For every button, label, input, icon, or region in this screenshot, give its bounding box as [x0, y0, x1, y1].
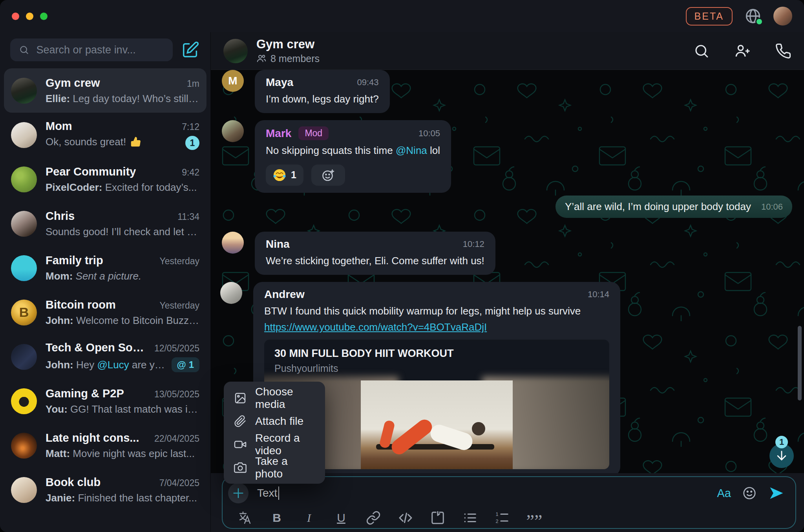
chat-search-button[interactable]: [693, 43, 710, 59]
composer: Text Aa BIU12””: [222, 476, 796, 529]
chat-item-preview: John: Welcome to Bitcoin Buzz! ...: [46, 314, 199, 327]
chat-item-name: Gaming & P2P: [46, 387, 124, 400]
menu-item-record-a-video[interactable]: Record a video: [224, 433, 325, 456]
sender-name: Nina: [266, 238, 290, 250]
chat-item-name: Pear Community: [46, 165, 136, 178]
minimize-window-button[interactable]: [26, 13, 33, 20]
add-reaction-button[interactable]: [311, 165, 345, 186]
beta-badge: BETA: [686, 7, 733, 26]
sender-name: Maya: [266, 76, 293, 89]
sender-avatar[interactable]: [222, 232, 244, 254]
menu-item-label: Record a video: [255, 432, 315, 457]
svg-text:2: 2: [495, 519, 498, 524]
message-time: 09:43: [334, 77, 379, 88]
close-window-button[interactable]: [12, 13, 19, 20]
search-icon: [19, 44, 29, 56]
chat-list-item[interactable]: Late night cons...22/04/2025Matt: Movie …: [4, 423, 206, 468]
search-box[interactable]: [10, 38, 173, 61]
scroll-to-bottom-button[interactable]: 1: [769, 444, 794, 468]
message-input[interactable]: Text: [257, 486, 709, 500]
chat-item-name: Late night cons...: [46, 431, 139, 444]
numbered-list-icon[interactable]: 12: [494, 510, 510, 526]
messages-scrollbar[interactable]: [798, 326, 802, 400]
message-text: We’re sticking together, Eli. Come suffe…: [266, 254, 484, 268]
members-icon: [256, 53, 267, 64]
chat-item-avatar: [11, 78, 37, 104]
chat-item-name: Chris: [46, 210, 75, 223]
text-caret: [278, 486, 279, 500]
chat-item-avatar: [11, 122, 37, 148]
chat-list-item[interactable]: Family tripYesterdayMom: Sent a picture.: [4, 246, 206, 290]
chat-avatar[interactable]: [223, 39, 248, 63]
menu-item-label: Attach file: [255, 415, 303, 428]
link-icon[interactable]: [365, 510, 381, 526]
message-text: I’m down, legs day right?: [266, 93, 379, 106]
italic-icon[interactable]: I: [301, 510, 317, 526]
message-bubble: Maya 09:43 I’m down, legs day right?: [255, 70, 390, 113]
menu-item-choose-media[interactable]: Choose media: [224, 386, 325, 410]
underline-icon[interactable]: U: [333, 510, 349, 526]
compose-icon: [181, 41, 199, 59]
chat-title: Gym crew: [256, 37, 320, 51]
chat-list-item[interactable]: Chris11:34Sounds good! I’ll check and le…: [4, 201, 206, 246]
user-avatar[interactable]: [773, 7, 792, 26]
menu-item-take-a-photo[interactable]: Take a photo: [224, 456, 325, 479]
format-toggle-button[interactable]: Aa: [717, 487, 731, 500]
quote-icon[interactable]: ””: [526, 510, 542, 526]
chat-item-avatar: B: [11, 300, 37, 325]
message-text: No skipping squats this time @Nina lol: [266, 144, 440, 157]
thumbnail-photo: [361, 380, 513, 469]
code-block-icon[interactable]: [430, 510, 446, 526]
chat-list-item[interactable]: Gym crew1mEllie: Leg day today! Who’s st…: [4, 68, 206, 113]
chat-list-item[interactable]: Pear Community9:42PixelCoder: Excited fo…: [4, 157, 206, 201]
message-text: BTW I found this quick mobility warmup f…: [264, 305, 609, 318]
arrow-down-icon: [775, 449, 788, 463]
message-time: 10:12: [439, 239, 484, 249]
chat-item-avatar: [11, 477, 37, 503]
emoji-picker-button[interactable]: [742, 486, 757, 501]
chat-item-time: Yesterday: [154, 300, 199, 311]
search-input[interactable]: [36, 44, 164, 57]
youtube-link[interactable]: https://www.youtube.com/watch?v=4BOTvaRa…: [264, 321, 487, 333]
chat-item-preview: John: Hey @Lucy are you joi...: [46, 359, 167, 371]
chat-list-item[interactable]: Tech & Open Source12/05/2025John: Hey @L…: [4, 335, 206, 379]
message-bubble: Nina 10:12 We’re sticking together, Eli.…: [255, 232, 495, 275]
message-bubble: Mark Mod 10:05 No skipping squats this t…: [255, 120, 451, 193]
chat-list-item[interactable]: BBitcoin roomYesterdayJohn: Welcome to B…: [4, 290, 206, 335]
spellcheck-icon[interactable]: [237, 510, 252, 526]
thumbs-up-icon: [130, 136, 141, 150]
chat-item-avatar: [11, 433, 37, 459]
chat-item-time: Yesterday: [154, 256, 199, 267]
chat-item-name: Tech & Open Source: [46, 341, 149, 354]
chat-panel: Gym crew 8 members: [211, 32, 804, 532]
mention-link[interactable]: @Nina: [396, 144, 427, 156]
chat-list-item[interactable]: Gaming & P2P13/05/2025You: GG! That last…: [4, 379, 206, 423]
reaction-pill[interactable]: 1: [266, 165, 303, 186]
sender-avatar[interactable]: M: [222, 70, 244, 92]
message-input-text: Text: [257, 487, 277, 499]
menu-item-attach-file[interactable]: Attach file: [224, 410, 325, 433]
attach-menu: Choose mediaAttach fileRecord a videoTak…: [224, 382, 325, 484]
sender-avatar[interactable]: [222, 120, 244, 142]
attach-icon: [234, 415, 247, 428]
network-status-button[interactable]: [744, 7, 762, 25]
add-member-button[interactable]: [734, 43, 751, 59]
sender-name: Andrew: [264, 288, 305, 301]
zoom-window-button[interactable]: [40, 13, 48, 20]
sender-avatar[interactable]: [220, 282, 242, 304]
chat-list-item[interactable]: Book club7/04/2025Janie: Finished the la…: [4, 468, 206, 512]
sender-name: Mark: [266, 127, 291, 140]
bold-icon[interactable]: B: [269, 510, 285, 526]
call-button[interactable]: [775, 43, 791, 59]
inline-code-icon[interactable]: [398, 510, 413, 526]
plus-icon: [232, 486, 245, 500]
chat-list-item[interactable]: Mom7:12Ok, sounds great! 1: [4, 113, 206, 157]
attach-button[interactable]: [228, 483, 249, 503]
bullet-list-icon[interactable]: [462, 510, 478, 526]
message-bubble: Y’all are wild, I’m doing upper body tod…: [555, 196, 792, 218]
new-chat-button[interactable]: [181, 40, 200, 60]
chat-item-preview: Ok, sounds great!: [46, 136, 181, 150]
send-button[interactable]: [768, 484, 785, 502]
format-toolbar: BIU12””: [228, 510, 785, 526]
traffic-lights: [12, 13, 48, 20]
